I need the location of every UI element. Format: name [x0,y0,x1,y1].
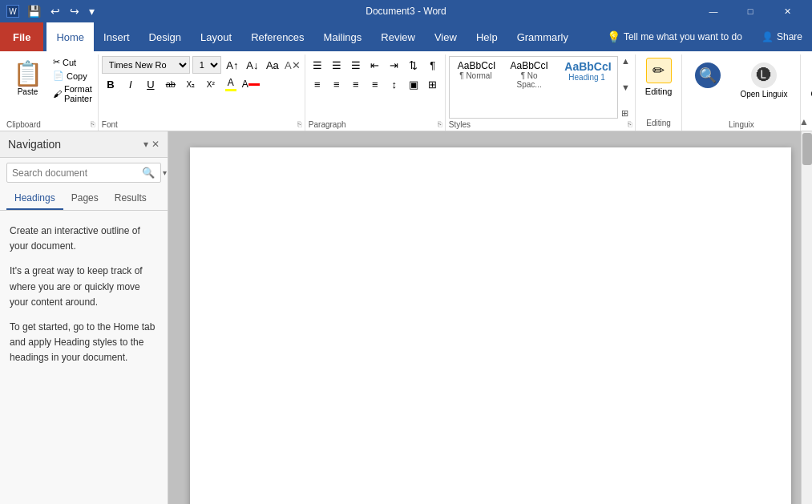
multilevel-button[interactable]: ☰ [347,56,365,74]
style-no-space[interactable]: AaBbCcI ¶ No Spac... [502,58,556,116]
font-size-select[interactable]: 12 [192,56,221,74]
strikethrough-button[interactable]: ab [162,75,180,93]
title-bar: W 💾 ↩ ↪ ▾ Document3 - Word — □ ✕ [0,0,812,22]
redo-button[interactable]: ↪ [67,3,83,19]
borders-button[interactable]: ⊞ [424,75,442,93]
menu-bar: File Home Insert Design Layout Reference… [0,22,812,51]
highlight-button[interactable]: A [222,75,240,93]
save-button[interactable]: 💾 [24,3,44,19]
menu-view[interactable]: View [425,22,467,51]
linguix-search-icon: 🔍 [695,62,721,88]
tab-results[interactable]: Results [107,187,155,210]
superscript-button[interactable]: X² [202,75,220,93]
bullets-button[interactable]: ☰ [309,56,326,74]
navigation-menu-button[interactable]: ▾ [143,139,148,150]
numbering-button[interactable]: ☰ [328,56,345,74]
font-name-select[interactable]: Times New Ro [102,56,190,74]
menu-mailings[interactable]: Mailings [314,22,372,51]
paragraph-group: ☰ ☰ ☰ ⇤ ⇥ ⇅ ¶ ≡ ≡ ≡ ≡ ↕ ▣ ⊞ Paragraph ⎘ [305,54,446,131]
nav-hint-2: It's a great way to keep track of where … [10,264,158,310]
paste-button[interactable]: 📋 Paste [6,56,49,119]
ribbon-collapse-button[interactable]: ▲ [799,116,809,127]
show-hide-button[interactable]: ¶ [424,56,442,74]
menu-design[interactable]: Design [139,22,191,51]
share-button[interactable]: 👤 Share [752,22,812,51]
style-nospace-label: ¶ No Spac... [508,71,550,89]
grow-font-button[interactable]: A↑ [224,56,241,74]
menu-file[interactable]: File [0,22,43,51]
quick-access-toolbar: 💾 ↩ ↪ ▾ [24,3,98,19]
line-spacing-button[interactable]: ↕ [386,75,403,93]
shading-button[interactable]: ▣ [405,75,422,93]
menu-references[interactable]: References [241,22,313,51]
tell-me-label: Tell me what you want to do [624,31,742,42]
subscript-button[interactable]: X₂ [182,75,200,93]
grammarly-button[interactable]: G Open Grammarly [804,56,812,102]
align-left-button[interactable]: ≡ [309,75,326,93]
styles-more[interactable]: ⊞ [621,108,630,119]
decrease-indent-button[interactable]: ⇤ [366,56,384,74]
tell-me-input[interactable]: 💡 Tell me what you want to do [597,22,752,51]
linguix-group: 🔍 🅛 Open Linguix Linguix [682,54,801,131]
navigation-close-button[interactable]: ✕ [151,139,160,150]
maximize-button[interactable]: □ [732,0,769,22]
linguix-search-button[interactable]: 🔍 [689,59,727,102]
menu-insert[interactable]: Insert [94,22,139,51]
clipboard-actions: ✂ Cut 📄 Copy 🖌 Format Painter [50,56,95,119]
navigation-title: Navigation [8,138,61,151]
clear-formatting-button[interactable]: A✕ [284,56,301,74]
editing-icon: ✏ [646,58,672,83]
customize-button[interactable]: ▾ [86,3,98,19]
scissors-icon: ✂ [53,57,60,67]
minimize-button[interactable]: — [695,0,732,22]
menu-grammarly[interactable]: Grammarly [507,22,578,51]
menu-review[interactable]: Review [371,22,425,51]
italic-button[interactable]: I [122,75,139,93]
close-button[interactable]: ✕ [769,0,806,22]
align-right-button[interactable]: ≡ [347,75,365,93]
align-center-button[interactable]: ≡ [328,75,345,93]
open-linguix-button[interactable]: 🅛 Open Linguix [733,59,794,102]
tab-pages[interactable]: Pages [63,187,107,210]
search-input[interactable] [7,164,137,182]
paragraph-expand-icon[interactable]: ⎘ [438,120,442,128]
styles-label: Styles [449,119,471,129]
styles-scroll-up[interactable]: ▲ [621,56,630,66]
font-expand-icon[interactable]: ⎘ [297,120,301,128]
format-painter-button[interactable]: 🖌 Format Painter [50,83,95,104]
lightbulb-icon: 💡 [607,30,620,43]
menu-home[interactable]: Home [46,22,94,51]
increase-indent-button[interactable]: ⇥ [386,56,403,74]
vertical-scrollbar[interactable] [801,131,812,504]
underline-button[interactable]: U [142,75,160,93]
copy-button[interactable]: 📄 Copy [50,70,95,82]
share-icon: 👤 [762,31,774,42]
sort-button[interactable]: ⇅ [405,56,422,74]
editing-group[interactable]: ✏ Editing Editing [636,54,683,131]
document-page[interactable] [190,147,791,504]
style-nospace-preview: AaBbCcI [508,60,550,71]
change-case-button[interactable]: Aa [264,56,281,74]
style-heading1[interactable]: AaBbCcI Heading 1 [558,58,616,116]
navigation-panel: Navigation ▾ ✕ 🔍 ▾ Headings Pages Result… [0,131,168,504]
styles-scroll[interactable]: ▲ ▼ ⊞ [620,56,632,119]
format-painter-icon: 🖌 [53,89,62,99]
title-bar-left: W 💾 ↩ ↪ ▾ [6,3,98,19]
search-submit-button[interactable]: 🔍 [137,163,160,182]
font-color-button[interactable]: A [242,75,260,93]
styles-scroll-down[interactable]: ▼ [621,83,630,92]
paste-label: Paste [18,87,38,96]
menu-layout[interactable]: Layout [191,22,241,51]
undo-button[interactable]: ↩ [47,3,63,19]
styles-expand-icon[interactable]: ⎘ [628,120,632,128]
shrink-font-button[interactable]: A↓ [244,56,261,74]
style-h1-preview: AaBbCcI [564,60,609,73]
cut-button[interactable]: ✂ Cut [50,56,95,68]
tab-headings[interactable]: Headings [6,187,63,210]
bold-button[interactable]: B [102,75,119,93]
clipboard-expand-icon[interactable]: ⎘ [91,120,95,128]
justify-button[interactable]: ≡ [366,75,384,93]
clipboard-label: Clipboard [6,119,41,129]
menu-help[interactable]: Help [467,22,507,51]
style-normal[interactable]: AaBbCcI ¶ Normal [451,58,500,116]
